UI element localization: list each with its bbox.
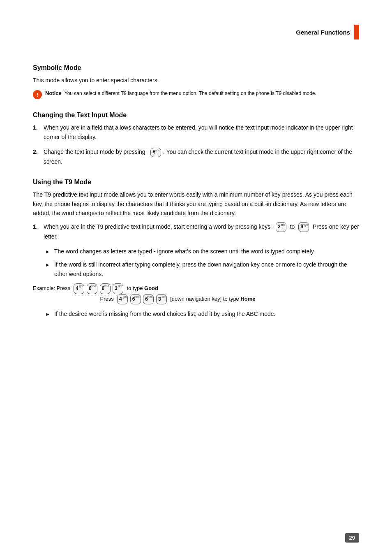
hash-key: # abc xyxy=(150,148,161,157)
key-4ghi: 4 ghi xyxy=(74,283,84,294)
header-title: General Functions xyxy=(296,29,350,36)
bullet-text: The word changes as letters are typed - … xyxy=(54,247,315,256)
section-text-input-mode: Changing the Text Input Mode 1. When you… xyxy=(33,111,359,166)
notice-icon: ! xyxy=(33,90,42,99)
list-item: 2. Change the text input mode by pressin… xyxy=(33,147,359,166)
key-6mno-2: 6 mno xyxy=(100,283,111,294)
list-num: 2. xyxy=(33,147,40,156)
bullet-arrow-icon: ► xyxy=(45,311,51,318)
t9-numbered-list: 1. When you are in the T9 predictive tex… xyxy=(33,222,359,241)
key-3def-2: 3 def xyxy=(156,294,167,305)
section-symbolic-mode: Symbolic Mode This mode allows you to en… xyxy=(33,64,359,99)
notice-label: Notice xyxy=(45,90,62,96)
bullet-arrow-icon: ► xyxy=(45,261,51,269)
notice-content-wrapper: Notice You can select a different T9 lan… xyxy=(45,90,316,97)
key-6mno-3: 6 mno xyxy=(130,294,141,305)
bullet-text: If the word is still incorrect after typ… xyxy=(54,260,359,278)
key-6mno-1: 6 mno xyxy=(87,283,97,294)
key-2abc: 2 abc xyxy=(276,222,286,232)
list-num: 1. xyxy=(33,222,40,231)
key-9wxyz: 9 wxyz xyxy=(298,222,309,232)
list-content: When you are in a field that allows char… xyxy=(44,123,359,141)
page-header: General Functions xyxy=(33,25,359,39)
t9-bullet-list: ► The word changes as letters are typed … xyxy=(45,247,359,278)
text-input-title: Changing the Text Input Mode xyxy=(33,111,359,119)
t9-mode-title: Using the T9 Mode xyxy=(33,179,359,186)
list-item: 1. When you are in a field that allows c… xyxy=(33,123,359,141)
header-bar-accent xyxy=(354,25,359,39)
list-content: Change the text input mode by pressing #… xyxy=(44,147,359,166)
list-item: ► If the desired word is missing from th… xyxy=(45,309,359,318)
list-num: 1. xyxy=(33,123,40,132)
list-item: 1. When you are in the T9 predictive tex… xyxy=(33,222,359,241)
list-content: When you are in the T9 predictive text i… xyxy=(44,222,359,241)
bullet-text: If the desired word is missing from the … xyxy=(54,309,275,318)
key-6mno-4: 6 mno xyxy=(143,294,154,305)
section-t9-mode: Using the T9 Mode The T9 predictive text… xyxy=(33,179,359,318)
notice-box: ! Notice You can select a different T9 l… xyxy=(33,90,359,99)
example-block: Example: Press 4 ghi 6 mno 6 mno 3 def t… xyxy=(33,283,359,304)
text-input-list: 1. When you are in a field that allows c… xyxy=(33,123,359,166)
t9-final-bullet-list: ► If the desired word is missing from th… xyxy=(45,309,359,318)
example-label: Example: Press xyxy=(33,285,72,291)
page-number: 29 xyxy=(345,533,359,543)
bullet-arrow-icon: ► xyxy=(45,248,51,256)
t9-mode-intro: The T9 predictive text input mode allows… xyxy=(33,190,359,218)
key-3def-1: 3 def xyxy=(113,283,123,294)
key-4ghi-2: 4 ghi xyxy=(117,294,128,305)
example-word-good: Good xyxy=(144,285,158,291)
list-item: ► If the word is still incorrect after t… xyxy=(45,260,359,278)
list-item: ► The word changes as letters are typed … xyxy=(45,247,359,256)
symbolic-mode-title: Symbolic Mode xyxy=(33,64,359,72)
symbolic-mode-intro: This mode allows you to enter special ch… xyxy=(33,76,359,85)
example-word-home: Home xyxy=(240,296,255,302)
notice-text: You can select a different T9 language f… xyxy=(63,90,316,96)
page: General Functions Symbolic Mode This mod… xyxy=(0,0,392,559)
